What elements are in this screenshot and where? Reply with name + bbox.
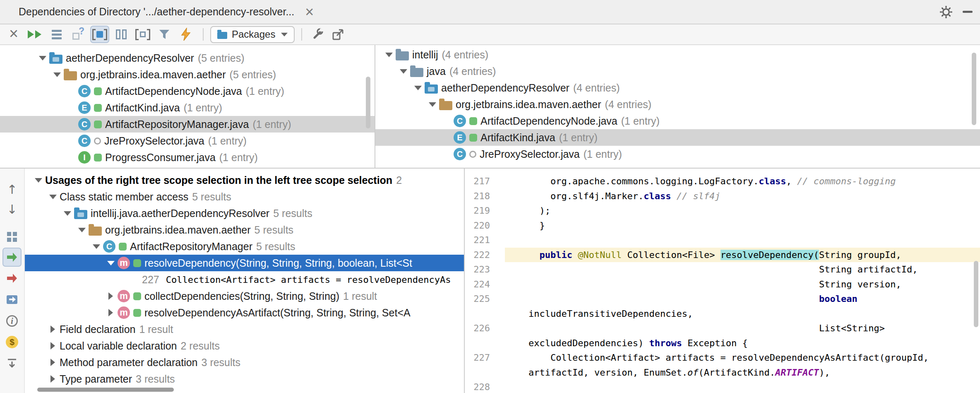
tab-close-icon[interactable]: × <box>305 5 314 19</box>
tree-row[interactable]: 227Collection<Artifact> artifacts = reso… <box>25 271 464 288</box>
dollar-icon[interactable]: $ <box>2 333 22 352</box>
code-line[interactable]: org.slf4j.Marker.class // slf4j <box>505 189 980 204</box>
chevron-down-icon[interactable] <box>89 244 103 249</box>
tree-row[interactable]: CArtifactRepositoryManager5 results <box>25 238 464 255</box>
tree-row[interactable]: CArtifactDependencyNode.java(1 entry) <box>0 83 375 99</box>
tree-row[interactable]: EArtifactKind.java(1 entry) <box>0 99 375 116</box>
tree-row[interactable]: mcollectDependencies(String, String, Str… <box>25 288 464 304</box>
vertical-scrollbar-thumb[interactable] <box>972 53 976 125</box>
tree-row[interactable]: org.jetbrains.idea.maven.aether(4 entrie… <box>375 96 980 113</box>
chevron-right-icon[interactable] <box>104 292 118 300</box>
packages-dropdown[interactable]: Packages <box>210 26 295 43</box>
item-label: java <box>427 65 446 77</box>
code-line[interactable]: String version, <box>505 277 980 292</box>
chevron-right-icon[interactable] <box>46 375 60 383</box>
tree-row[interactable]: org.jetbrains.idea.maven.aether(5 entrie… <box>0 66 375 83</box>
tree-row[interactable]: CArtifactDependencyNode.java(1 entry) <box>375 113 980 129</box>
tree-row[interactable]: Field declaration1 result <box>25 321 464 338</box>
gear-icon[interactable] <box>937 3 955 21</box>
tree-row[interactable]: aetherDependencyResolver(5 entries) <box>0 50 375 66</box>
code-line[interactable]: boolean <box>505 292 980 306</box>
horizontal-scrollbar-thumb[interactable] <box>37 388 174 392</box>
chevron-right-icon[interactable] <box>104 309 118 316</box>
code-line[interactable]: ); <box>505 203 980 218</box>
item-count: 5 results <box>255 224 293 236</box>
package-icon <box>439 101 452 110</box>
tree-row[interactable]: java(4 entries) <box>375 63 980 80</box>
group-by-icon[interactable] <box>2 227 22 246</box>
backward-dependencies-icon[interactable] <box>2 269 22 288</box>
tree-row[interactable]: intellij(4 entries) <box>375 46 980 63</box>
tree-row[interactable]: CJreProxySelector.java(1 entry) <box>0 133 375 149</box>
info-icon[interactable]: i <box>2 311 22 330</box>
chevron-down-icon[interactable] <box>36 56 49 60</box>
line-number: 217 <box>465 174 505 189</box>
chevron-down-icon[interactable] <box>31 178 45 183</box>
previous-occurrence-icon[interactable]: ↑ <box>2 180 22 199</box>
tree-row[interactable]: EArtifactKind.java(1 entry) <box>375 129 980 146</box>
code-line[interactable]: artifactId, version, EnumSet.of(Artifact… <box>505 365 980 380</box>
code-line[interactable]: org.apache.commons.logging.LogFactory.cl… <box>505 174 980 189</box>
code-line[interactable] <box>505 233 980 248</box>
editor-code-area[interactable]: org.apache.commons.logging.LogFactory.cl… <box>505 174 980 393</box>
tree-row[interactable]: mresolveDependencyAsArtifact(String, Str… <box>25 304 464 321</box>
tree-row[interactable]: org.jetbrains.idea.maven.aether5 results <box>25 222 464 238</box>
flatten-packages-icon[interactable] <box>47 26 66 43</box>
filter-icon[interactable] <box>155 26 174 43</box>
vertical-scrollbar-thumb[interactable] <box>366 77 370 128</box>
tree-row[interactable]: aetherDependencyResolver(4 entries) <box>375 80 980 96</box>
tree-row[interactable]: Type parameter3 results <box>25 371 464 387</box>
tree-row[interactable]: Class static member access5 results <box>25 188 464 205</box>
code-line[interactable]: List<String> <box>505 321 980 336</box>
chevron-down-icon[interactable] <box>46 195 60 199</box>
usages-title-row[interactable]: Usages of the right tree scope selection… <box>25 172 464 188</box>
chevron-down-icon[interactable] <box>382 53 396 57</box>
chevron-down-icon[interactable] <box>75 228 89 232</box>
code-line[interactable]: public @NotNull Collection<File> resolve… <box>505 248 980 263</box>
split-view-icon[interactable] <box>112 26 131 43</box>
item-count: 3 results <box>136 373 175 385</box>
chevron-right-icon[interactable] <box>46 359 60 366</box>
tree-row[interactable]: IProgressConsumer.java(1 entry) <box>0 149 375 166</box>
tree-row[interactable]: CJreProxySelector.java(1 entry) <box>375 146 980 162</box>
chevron-down-icon[interactable] <box>396 69 410 74</box>
tree-row[interactable]: CArtifactRepositoryManager.java(1 entry) <box>0 116 375 133</box>
chevron-down-icon[interactable] <box>60 211 74 216</box>
show-files-icon[interactable] <box>90 26 109 43</box>
window-title: Dependencies of Directory '.../aether-de… <box>19 6 294 18</box>
chevron-down-icon[interactable] <box>425 102 439 107</box>
apply-lightning-icon[interactable] <box>176 26 195 43</box>
forward-dependencies-icon[interactable] <box>2 248 22 267</box>
code-editor[interactable]: 217218219220221222223224225226227228 org… <box>465 169 980 393</box>
vertical-scrollbar-thumb[interactable] <box>974 261 978 327</box>
code-line[interactable]: String artifactId, <box>505 262 980 277</box>
chevron-right-icon[interactable] <box>46 325 60 333</box>
public-visibility-icon <box>469 117 477 125</box>
package-visibility-icon <box>469 151 476 158</box>
minimize-icon[interactable] <box>958 3 977 21</box>
chevron-down-icon[interactable] <box>50 72 64 77</box>
close-icon[interactable]: × <box>4 26 23 43</box>
show-dependencies-icon[interactable] <box>133 26 152 43</box>
code-line[interactable]: excludedDependencies) throws Exception { <box>505 336 980 351</box>
export-icon[interactable] <box>329 26 348 43</box>
code-line[interactable]: Collection<Artifact> artifacts = resolve… <box>505 350 980 365</box>
tree-row[interactable]: Method parameter declaration3 results <box>25 354 464 371</box>
wrench-icon[interactable] <box>307 26 326 43</box>
rerun-icon[interactable] <box>26 26 45 43</box>
code-line[interactable]: includeTransitiveDependencies, <box>505 306 980 321</box>
show-modules-icon[interactable]: ? <box>69 26 88 43</box>
chevron-down-icon[interactable] <box>104 261 118 265</box>
public-visibility-icon <box>133 259 141 267</box>
tree-row[interactable]: Local variable declaration2 results <box>25 338 464 354</box>
collapse-icon[interactable] <box>2 354 22 373</box>
chevron-down-icon[interactable] <box>411 86 425 90</box>
code-line[interactable] <box>505 380 980 393</box>
change-scope-icon[interactable] <box>2 290 22 309</box>
chevron-right-icon[interactable] <box>46 342 60 350</box>
next-occurrence-icon[interactable]: ↓ <box>2 200 22 219</box>
tree-row[interactable]: intellij.java.aetherDependencyResolver5 … <box>25 205 464 222</box>
item-count: (4 entries) <box>573 82 620 94</box>
code-line[interactable]: } <box>505 218 980 233</box>
tree-row[interactable]: mresolveDependency(String, String, Strin… <box>25 255 464 271</box>
